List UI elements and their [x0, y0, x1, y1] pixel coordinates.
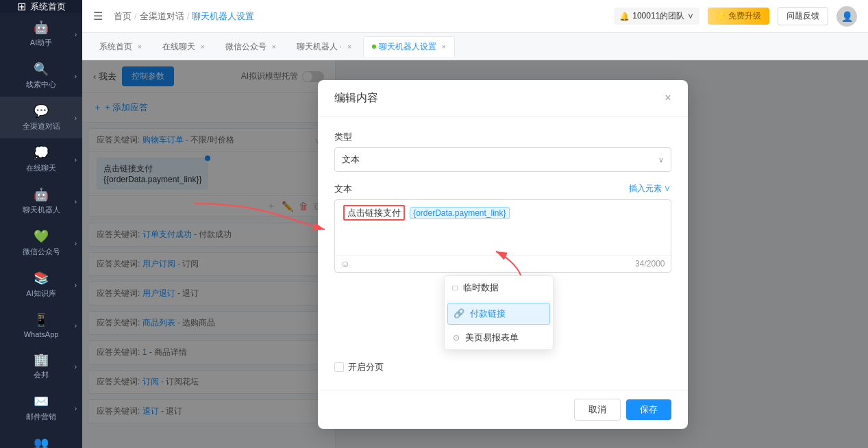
sidebar-item-label: 全渠道对话 [23, 121, 60, 132]
modal-title: 编辑内容 [334, 91, 378, 105]
tab-close-icon[interactable]: × [442, 43, 446, 51]
sidebar-item-label: 邮件营销 [26, 412, 56, 422]
type-label: 类型 [334, 131, 671, 143]
top-nav: ☰ 首页 / 全渠道对话 / 聊天机器人设置 🔔 100011的团队 ∨ 🌟 免… [82, 0, 868, 33]
sidebar-item-leads[interactable]: 🔍 线索中心 › [0, 55, 82, 97]
dropdown-item-browse-form[interactable]: ⊙ 美页易报表单 [445, 326, 553, 349]
dropdown-item-label: 付款链接 [470, 308, 506, 320]
breadcrumb-current: 聊天机器人设置 [192, 10, 254, 23]
payment-link-token: {orderData.payment_link} [410, 207, 509, 219]
sidebar-item-label: 在线聊天 [26, 163, 56, 173]
sidebar-item-label: 线索中心 [26, 79, 56, 90]
tab-label: 系统首页 [99, 41, 132, 53]
help-button[interactable]: 问题反馈 [778, 7, 828, 25]
chevron-right-icon: › [75, 30, 77, 38]
modal-close-button[interactable]: × [665, 92, 671, 104]
page-start-checkbox[interactable] [334, 362, 344, 372]
sidebar-item-email[interactable]: ✉️ 邮件营销 › [0, 387, 82, 429]
sidebar-item-ai-assistant[interactable]: 🤖 AI助手 › [0, 13, 82, 55]
sidebar-item-label: 会邦 [34, 370, 49, 380]
team-selector[interactable]: 🔔 100011的团队 ∨ [614, 8, 699, 25]
sidebar-item-label: AI知识库 [26, 288, 55, 299]
breadcrumb-sep: / [134, 11, 137, 21]
breadcrumb-home[interactable]: 首页 [114, 10, 132, 23]
top-nav-left: ☰ 首页 / 全渠道对话 / 聊天机器人设置 [93, 10, 254, 23]
insert-element-button[interactable]: 插入元素 ∨ [629, 183, 671, 195]
sidebar-item-chat-bot[interactable]: 🤖 聊天机器人 › [0, 180, 82, 222]
sidebar-item-omni-chat[interactable]: 💬 全渠道对话 › [0, 97, 82, 138]
knowledge-icon: 📚 [34, 271, 49, 286]
upgrade-button[interactable]: 🌟 免费升级 [708, 8, 769, 25]
checkbox-icon: □ [453, 283, 458, 293]
dropdown-item-temp-data[interactable]: □ 临时数据 [445, 276, 553, 299]
bell-icon: 🔔 [619, 12, 630, 21]
sidebar-item-label: AI助手 [30, 38, 52, 48]
tab-system[interactable]: 系统首页 × [90, 36, 151, 57]
sidebar-item-wechat[interactable]: 💚 微信公众号 › [0, 222, 82, 264]
email-icon: ✉️ [34, 394, 49, 409]
team-name: 100011的团队 ∨ [632, 10, 693, 22]
whatsapp-icon: 📱 [34, 312, 49, 327]
dropdown-item-label: 临时数据 [463, 282, 499, 294]
ai-assistant-icon: 🤖 [34, 20, 49, 35]
text-input-bottom: ☺ 34/2000 [335, 255, 671, 272]
search-icon: 🔍 [34, 62, 49, 77]
chevron-right-icon: › [75, 72, 77, 79]
cancel-button[interactable]: 取消 [574, 399, 621, 421]
type-select-value: 文本 [342, 153, 360, 166]
tab-label: 聊天机器人设置 [379, 41, 436, 53]
tab-close-icon[interactable]: × [347, 43, 351, 51]
bot-icon: 🤖 [34, 187, 49, 202]
type-form-group: 类型 文本 ∨ [334, 131, 671, 172]
tab-live-chat[interactable]: 在线聊天 × [153, 36, 214, 57]
tab-close-icon[interactable]: × [138, 43, 142, 51]
dropdown-divider [445, 301, 553, 301]
modal-body: 类型 文本 ∨ 文本 [318, 117, 688, 390]
sidebar-item-label: WhatsApp [24, 330, 59, 338]
tab-wechat[interactable]: 微信公众号 × [216, 36, 285, 57]
hamburger-icon[interactable]: ☰ [93, 10, 103, 23]
tab-label: 微信公众号 [225, 41, 266, 53]
sidebar-item-crm[interactable]: 👥 客户管理 › [0, 429, 82, 448]
sidebar-item-conference[interactable]: 🏢 会邦 › [0, 345, 82, 387]
sidebar-item-live-chat[interactable]: 💭 在线聊天 › [0, 138, 82, 180]
sidebar-item-label: 微信公众号 [23, 247, 60, 257]
text-label: 文本 [334, 183, 352, 195]
type-select[interactable]: 文本 ∨ [334, 147, 671, 172]
sidebar-item-whatsapp[interactable]: 📱 WhatsApp › [0, 306, 82, 345]
live-chat-icon: 💭 [34, 145, 49, 160]
sidebar-item-ai-knowledge[interactable]: 📚 AI知识库 › [0, 264, 82, 306]
page-start-row: 开启分页 [334, 361, 671, 373]
text-input-area: 点击链接支付 {orderData.payment_link} ☺ 34/200… [334, 199, 671, 273]
tab-close-icon[interactable]: × [272, 43, 276, 51]
dropdown-item-payment-link[interactable]: 🔗 付款链接 [447, 303, 550, 325]
chevron-down-icon: ∨ [658, 155, 664, 164]
tab-chatbot[interactable]: 聊天机器人 · × [288, 36, 361, 57]
text-content-area[interactable]: 点击链接支付 {orderData.payment_link} [335, 200, 671, 255]
main-content: ☰ 首页 / 全渠道对话 / 聊天机器人设置 🔔 100011的团队 ∨ 🌟 免… [82, 0, 868, 448]
char-count: 34/2000 [635, 259, 665, 269]
tab-close-icon[interactable]: × [201, 43, 205, 51]
highlighted-text: 点击链接支付 [343, 205, 405, 221]
save-button[interactable]: 保存 [626, 399, 671, 420]
tab-label: 在线聊天 [162, 41, 195, 53]
modal-overlay: 点击链接支付{{orderData.payment_link}} 编辑内容 × … [82, 60, 868, 448]
breadcrumb-sep2: / [187, 11, 190, 21]
avatar[interactable]: 👤 [836, 6, 857, 27]
chevron-right-icon: › [75, 404, 77, 412]
conference-icon: 🏢 [34, 352, 49, 367]
body-area: ‹ 我去 控制参数 AI拟识模型托管 ＋ + 添加应答 [82, 60, 868, 448]
tab-bar: 系统首页 × 在线聊天 × 微信公众号 × 聊天机器人 · × 聊天机器人设置 … [82, 33, 868, 60]
home-icon: ⊞ [17, 0, 26, 13]
sidebar: ⊞ 系统首页 🤖 AI助手 › 🔍 线索中心 › 💬 全渠道对话 › 💭 在线聊… [0, 0, 82, 448]
tab-chatbot-settings[interactable]: 聊天机器人设置 × [363, 36, 455, 57]
sidebar-header[interactable]: ⊞ 系统首页 [0, 0, 82, 13]
dropdown-item-label: 美页易报表单 [465, 332, 519, 344]
sidebar-item-label: 聊天机器人 [23, 205, 60, 215]
text-form-group: 文本 插入元素 ∨ 点击链接支付 {orderData.payment_link… [334, 183, 671, 350]
type-select-wrapper: 文本 ∨ [334, 147, 671, 172]
chat-icon: 💬 [34, 103, 49, 119]
wechat-icon: 💚 [34, 229, 49, 244]
breadcrumb-omni[interactable]: 全渠道对话 [140, 10, 184, 23]
emoji-button[interactable]: ☺ [340, 258, 350, 269]
